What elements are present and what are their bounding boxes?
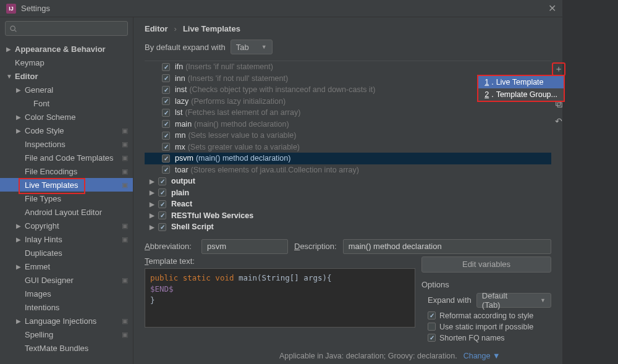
group-checkbox[interactable] <box>158 188 166 197</box>
template-checkbox[interactable] <box>162 143 170 151</box>
sidebar-item-file-and-code-templates[interactable]: ▶File and Code Templates▣ <box>0 151 133 164</box>
template-item-mn[interactable]: mn (Sets lesser value to a variable) <box>145 130 551 142</box>
group-checkbox[interactable] <box>158 177 166 185</box>
sidebar-item-editor[interactable]: ▼Editor <box>0 69 133 83</box>
group-label: React <box>171 200 192 208</box>
static-import-checkbox[interactable] <box>428 323 436 331</box>
edit-variables-button[interactable]: Edit variables <box>421 256 551 273</box>
template-item-main[interactable]: main (main() method declaration) <box>145 119 551 130</box>
template-group-plain[interactable]: ▶plain <box>145 187 551 199</box>
sidebar-item-font[interactable]: ▶Font <box>0 96 133 110</box>
group-checkbox[interactable] <box>158 200 166 208</box>
sidebar-item-keymap[interactable]: ▶Keymap <box>0 56 133 69</box>
sidebar-item-label: Images <box>25 289 133 298</box>
template-item-lst[interactable]: lst (Fetches last element of an array) <box>145 107 551 119</box>
sidebar-item-inspections[interactable]: ▶Inspections▣ <box>0 137 133 151</box>
sidebar-item-language-injections[interactable]: ▶Language Injections▣ <box>0 314 133 328</box>
popup-template-group[interactable]: 2. Template Group... <box>478 88 564 101</box>
sidebar-item-intentions[interactable]: ▶Intentions <box>0 300 133 314</box>
sidebar-item-textmate-bundles[interactable]: ▶TextMate Bundles <box>0 341 133 355</box>
search-input[interactable] <box>5 21 128 36</box>
sidebar-item-label: Android Layout Editor <box>25 208 133 217</box>
group-checkbox[interactable] <box>158 211 166 219</box>
template-abbr: lazy <box>175 97 188 106</box>
default-expand-combo[interactable]: Tab ▼ <box>231 40 273 54</box>
sidebar-item-live-templates[interactable]: ▶Live Templates▣ <box>0 178 133 192</box>
template-desc: (Stores elements of java.util.Collection… <box>191 166 359 174</box>
abbreviation-input[interactable] <box>201 239 288 254</box>
search-icon <box>9 25 17 33</box>
modified-icon: ▣ <box>122 167 128 176</box>
change-link[interactable]: Change ▼ <box>464 352 501 360</box>
add-button[interactable]: ＋ <box>552 62 565 76</box>
expand-with-combo[interactable]: Default (Tab) ▼ <box>476 293 551 308</box>
template-item-ifn[interactable]: ifn (Inserts 'if null' statement) <box>145 61 551 73</box>
template-desc: (Performs lazy initialization) <box>191 97 286 106</box>
chevron-down-icon: ▼ <box>261 44 267 50</box>
applicable-footer: Applicable in Java: declaration; Groovy:… <box>279 348 500 364</box>
sidebar-item-emmet[interactable]: ▶Emmet <box>0 260 133 273</box>
description-label: Description: <box>294 242 337 251</box>
sidebar-item-spelling[interactable]: ▶Spelling▣ <box>0 328 133 341</box>
add-popup: 1. Live Template 2. Template Group... <box>477 75 565 102</box>
code-kw: public static void <box>150 273 234 282</box>
sidebar-item-gui-designer[interactable]: ▶GUI Designer▣ <box>0 273 133 287</box>
expand-arrow-icon: ▼ <box>6 73 12 80</box>
sidebar-item-label: Inlay Hints <box>25 235 122 244</box>
template-group-shell-script[interactable]: ▶Shell Script <box>145 221 551 233</box>
template-checkbox[interactable] <box>162 120 170 128</box>
template-checkbox[interactable] <box>162 132 170 140</box>
template-group-output[interactable]: ▶output <box>145 176 551 187</box>
sidebar-item-label: Editor <box>15 72 133 81</box>
abbreviation-label: Abbreviation: <box>145 242 195 251</box>
template-item-psvm[interactable]: psvm (main() method declaration) <box>145 153 551 164</box>
template-text-editor[interactable]: public static void main(String[] args){ … <box>145 268 415 328</box>
modified-icon: ▣ <box>122 222 128 230</box>
templates-list[interactable]: ifn (Inserts 'if null' statement)inn (In… <box>145 61 551 233</box>
template-checkbox[interactable] <box>162 154 170 163</box>
template-item-toar[interactable]: toar (Stores elements of java.util.Colle… <box>145 164 551 176</box>
description-input[interactable] <box>343 239 551 254</box>
group-checkbox[interactable] <box>158 223 166 231</box>
sidebar-item-label: Appearance & Behavior <box>15 44 133 54</box>
revert-button[interactable]: ↶ <box>552 114 565 128</box>
sidebar-item-images[interactable]: ▶Images <box>0 287 133 300</box>
template-checkbox[interactable] <box>162 86 170 94</box>
sidebar-item-file-encodings[interactable]: ▶File Encodings▣ <box>0 164 133 178</box>
template-abbr: lst <box>175 108 183 117</box>
shorten-fq-checkbox[interactable] <box>428 334 436 342</box>
reformat-checkbox[interactable] <box>428 311 436 320</box>
sidebar: ▶Appearance & Behavior▶Keymap▼Editor▶Gen… <box>0 17 133 364</box>
sidebar-item-color-scheme[interactable]: ▶Color Scheme <box>0 110 133 124</box>
template-checkbox[interactable] <box>162 63 170 71</box>
template-checkbox[interactable] <box>162 97 170 105</box>
sidebar-item-duplicates[interactable]: ▶Duplicates <box>0 246 133 260</box>
default-expand-value: Tab <box>236 43 249 52</box>
sidebar-item-code-style[interactable]: ▶Code Style▣ <box>0 124 133 137</box>
sidebar-item-android-layout-editor[interactable]: ▶Android Layout Editor <box>0 205 133 219</box>
svg-rect-3 <box>557 103 562 107</box>
template-group-restful-web-services[interactable]: ▶RESTful Web Services <box>145 210 551 222</box>
settings-tree[interactable]: ▶Appearance & Behavior▶Keymap▼Editor▶Gen… <box>0 40 133 364</box>
template-abbr: inst <box>175 85 187 94</box>
sidebar-item-general[interactable]: ▶General <box>0 83 133 96</box>
modified-icon: ▣ <box>122 317 128 325</box>
modified-icon: ▣ <box>122 140 128 148</box>
popup-live-template[interactable]: 1. Live Template <box>478 76 564 88</box>
sidebar-item-appearance-behavior[interactable]: ▶Appearance & Behavior <box>0 42 133 56</box>
template-desc: (Fetches last element of an array) <box>185 108 301 117</box>
modified-icon: ▣ <box>122 181 128 189</box>
template-item-mx[interactable]: mx (Sets greater value to a variable) <box>145 142 551 153</box>
template-checkbox[interactable] <box>162 74 170 82</box>
sidebar-item-copyright[interactable]: ▶Copyright▣ <box>0 219 133 232</box>
template-checkbox[interactable] <box>162 166 170 174</box>
editor-gutter-bg <box>562 0 618 364</box>
template-checkbox[interactable] <box>162 109 170 117</box>
sidebar-item-file-types[interactable]: ▶File Types <box>0 192 133 205</box>
sidebar-item-inlay-hints[interactable]: ▶Inlay Hints▣ <box>0 232 133 246</box>
close-icon[interactable]: ✕ <box>548 2 556 14</box>
sidebar-item-label: Intentions <box>25 303 133 312</box>
template-group-react[interactable]: ▶React <box>145 198 551 210</box>
code: } <box>150 295 155 305</box>
breadcrumb-editor[interactable]: Editor <box>145 24 168 33</box>
